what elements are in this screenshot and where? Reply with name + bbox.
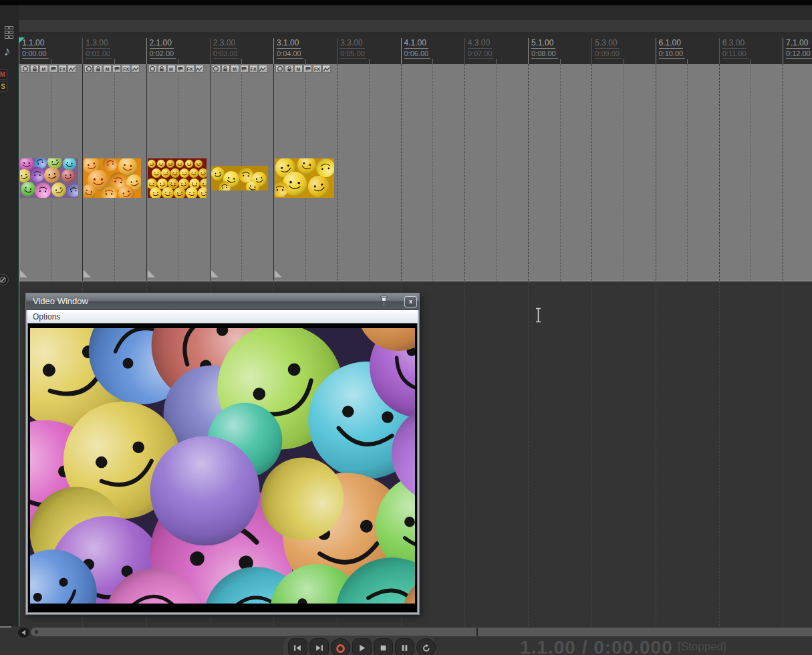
event-comment-icon[interactable] (49, 65, 57, 73)
beat-label: 6.3.00 (722, 38, 747, 49)
clip-thumbnail[interactable] (84, 158, 141, 198)
ruler-marker: 5.1.000:08.00 (528, 38, 558, 64)
top-black-bar (0, 0, 812, 5)
event-power-icon[interactable] (84, 65, 93, 73)
play-button[interactable] (352, 638, 372, 655)
ruler-halftick (369, 59, 370, 64)
stop-button[interactable] (374, 638, 393, 655)
track-header-panel: ♪ M S (0, 5, 19, 626)
fade-handle[interactable] (211, 268, 219, 280)
gridline-second (464, 64, 465, 281)
event-lock-icon[interactable] (221, 65, 230, 73)
fade-handle[interactable] (84, 268, 91, 280)
event-mute-button[interactable]: M (231, 65, 239, 73)
panel-divider (0, 626, 11, 628)
timeline-event[interactable]: MFX (19, 64, 82, 281)
ruler-halftick (560, 59, 561, 64)
clip-thumbnail[interactable] (275, 158, 334, 198)
event-power-icon[interactable] (212, 65, 221, 73)
beat-label: 1.3.00 (86, 38, 110, 49)
scroll-left-button[interactable] (18, 628, 29, 638)
ruler-marker: 2.3.000:03.00 (210, 38, 240, 64)
event-comment-icon[interactable] (303, 65, 312, 73)
pause-button[interactable] (395, 638, 414, 655)
record-button[interactable] (331, 638, 350, 655)
timeline-event[interactable]: MFX (273, 64, 337, 281)
event-envelope-icon[interactable] (322, 65, 331, 73)
timeline-event[interactable]: MFX (82, 64, 146, 281)
event-mute-button[interactable]: M (103, 65, 112, 73)
event-mute-button[interactable]: M (167, 65, 176, 73)
event-mute-button[interactable]: M (39, 65, 48, 73)
clip-thumbnail[interactable] (148, 158, 207, 198)
fade-handle[interactable] (148, 268, 155, 280)
event-lock-icon[interactable] (94, 65, 102, 73)
event-lock-icon[interactable] (30, 65, 39, 73)
event-power-icon[interactable] (21, 65, 29, 73)
music-note-icon[interactable]: ♪ (4, 44, 11, 59)
gridline-dark (656, 281, 656, 626)
fade-handle[interactable] (20, 268, 27, 280)
event-power-icon[interactable] (275, 65, 284, 73)
event-fx-button[interactable]: FX (313, 65, 321, 73)
event-mute-button[interactable]: M (294, 65, 303, 73)
ibeam-cursor (534, 307, 543, 325)
go-to-end-button[interactable] (309, 638, 329, 655)
ruler-halftick (305, 59, 306, 64)
track-list-icon[interactable] (5, 26, 14, 37)
pin-icon[interactable] (379, 295, 389, 310)
loop-button[interactable] (416, 638, 436, 655)
clip-thumbnail[interactable] (211, 166, 268, 190)
no-automation-icon[interactable] (0, 274, 9, 285)
ruler-marker: 6.1.000:10.00 (656, 38, 686, 64)
event-power-icon[interactable] (148, 65, 157, 73)
marker-bar[interactable] (19, 20, 812, 32)
event-comment-icon[interactable] (240, 65, 249, 73)
beat-label: 2.3.00 (213, 38, 237, 49)
track-mute-button[interactable]: M (0, 69, 7, 80)
time-label: 0:02.00 (150, 49, 176, 59)
video-window[interactable]: Video Window x Options (25, 293, 420, 615)
beat-label: 3.1.00 (277, 38, 301, 49)
timeline-event[interactable]: MFX (146, 64, 210, 281)
event-comment-icon[interactable] (176, 65, 185, 73)
gridline-half (687, 64, 688, 281)
go-to-start-button[interactable] (288, 638, 307, 655)
timeline-event[interactable]: MFX (210, 64, 273, 281)
timeline-ruler[interactable]: 1.1.000:00.001.3.000:01.002.1.000:02.002… (19, 37, 812, 64)
event-fx-button[interactable]: FX (122, 65, 130, 73)
event-envelope-icon[interactable] (259, 65, 267, 73)
track-events[interactable]: MFXMFXMFXMFXMFX (19, 64, 338, 281)
beat-label: 6.1.00 (659, 38, 683, 49)
event-lock-icon[interactable] (285, 65, 293, 73)
video-window-titlebar[interactable]: Video Window x (26, 293, 419, 310)
event-button-bar: MFX (212, 65, 268, 73)
beat-label: 4.3.00 (468, 38, 492, 49)
beat-label: 7.1.00 (786, 38, 810, 49)
ruler-marker: 3.1.000:04.00 (273, 38, 303, 64)
time-label: 0:03.00 (213, 49, 240, 59)
event-comment-icon[interactable] (112, 65, 121, 73)
time-display[interactable]: 1.1.00 / 0:00.000 (520, 637, 673, 655)
gridline-half (751, 64, 751, 281)
fade-handle[interactable] (275, 268, 282, 280)
close-icon[interactable]: x (404, 296, 417, 307)
ruler-marker: 4.3.000:07.00 (464, 38, 495, 64)
event-envelope-icon[interactable] (131, 65, 140, 73)
event-envelope-icon[interactable] (195, 65, 204, 73)
playback-cursor (19, 64, 19, 626)
gridline-dark (464, 281, 465, 626)
gridline-second (401, 64, 402, 281)
transport-controls (288, 638, 436, 655)
event-fx-button[interactable]: FX (58, 65, 67, 73)
event-fx-button[interactable]: FX (186, 65, 194, 73)
clip-thumbnail[interactable] (20, 158, 78, 198)
gridline-second (591, 64, 592, 281)
track-solo-button[interactable]: S (0, 81, 7, 92)
menu-options[interactable]: Options (33, 312, 60, 321)
event-envelope-icon[interactable] (67, 65, 76, 73)
event-lock-icon[interactable] (158, 65, 166, 73)
time-label: 0:09.00 (595, 49, 622, 59)
event-fx-button[interactable]: FX (249, 65, 258, 73)
gridline-second (528, 64, 529, 281)
